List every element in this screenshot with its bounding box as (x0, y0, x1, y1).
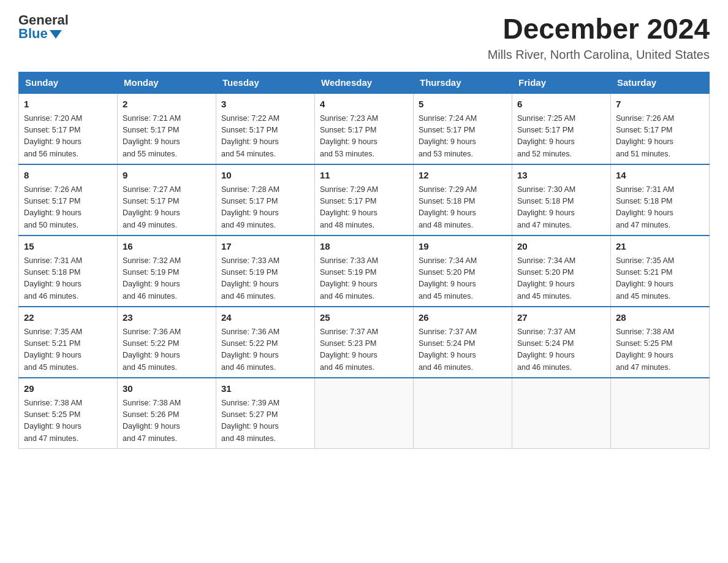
calendar-day-cell: 29Sunrise: 7:38 AMSunset: 5:25 PMDayligh… (19, 378, 118, 449)
title-area: December 2024 Mills River, North Carolin… (488, 12, 710, 62)
calendar-day-cell: 17Sunrise: 7:33 AMSunset: 5:19 PMDayligh… (216, 236, 315, 307)
day-number: 4 (320, 98, 408, 112)
day-number: 23 (123, 311, 211, 325)
day-info: Sunrise: 7:21 AMSunset: 5:17 PMDaylight:… (123, 114, 181, 158)
day-number: 16 (123, 240, 211, 254)
day-info: Sunrise: 7:25 AMSunset: 5:17 PMDaylight:… (517, 114, 575, 158)
day-info: Sunrise: 7:35 AMSunset: 5:21 PMDaylight:… (24, 327, 82, 372)
day-number: 11 (320, 169, 408, 183)
calendar-week-row: 8Sunrise: 7:26 AMSunset: 5:17 PMDaylight… (19, 164, 710, 236)
day-info: Sunrise: 7:32 AMSunset: 5:19 PMDaylight:… (123, 256, 181, 301)
calendar-week-row: 1Sunrise: 7:20 AMSunset: 5:17 PMDaylight… (19, 93, 710, 164)
day-info: Sunrise: 7:24 AMSunset: 5:17 PMDaylight:… (419, 114, 477, 158)
calendar-day-cell: 19Sunrise: 7:34 AMSunset: 5:20 PMDayligh… (414, 236, 512, 307)
day-number: 6 (517, 98, 605, 112)
calendar-day-cell (512, 378, 611, 449)
calendar-day-header: Sunday (19, 72, 118, 94)
page-header: General Blue December 2024 Mills River, … (18, 12, 710, 62)
day-number: 24 (221, 311, 309, 325)
day-info: Sunrise: 7:29 AMSunset: 5:17 PMDaylight:… (320, 185, 378, 229)
day-number: 15 (24, 240, 112, 254)
day-info: Sunrise: 7:36 AMSunset: 5:22 PMDaylight:… (123, 327, 181, 372)
calendar-day-cell: 6Sunrise: 7:25 AMSunset: 5:17 PMDaylight… (512, 93, 611, 164)
day-number: 13 (517, 169, 605, 183)
day-number: 5 (419, 98, 507, 112)
day-info: Sunrise: 7:36 AMSunset: 5:22 PMDaylight:… (221, 327, 279, 372)
day-info: Sunrise: 7:26 AMSunset: 5:17 PMDaylight:… (616, 114, 674, 158)
day-info: Sunrise: 7:35 AMSunset: 5:21 PMDaylight:… (616, 256, 674, 301)
calendar-week-row: 22Sunrise: 7:35 AMSunset: 5:21 PMDayligh… (19, 307, 710, 378)
calendar-day-cell (315, 378, 414, 449)
page-title: December 2024 (488, 12, 710, 45)
day-info: Sunrise: 7:23 AMSunset: 5:17 PMDaylight:… (320, 114, 378, 158)
day-number: 30 (123, 382, 211, 396)
calendar-day-cell: 23Sunrise: 7:36 AMSunset: 5:22 PMDayligh… (118, 307, 216, 378)
calendar-day-cell: 3Sunrise: 7:22 AMSunset: 5:17 PMDaylight… (216, 93, 315, 164)
day-info: Sunrise: 7:29 AMSunset: 5:18 PMDaylight:… (419, 185, 477, 229)
calendar-day-cell: 20Sunrise: 7:34 AMSunset: 5:20 PMDayligh… (512, 236, 611, 307)
calendar-day-header: Friday (512, 72, 611, 94)
day-number: 29 (24, 382, 112, 396)
day-info: Sunrise: 7:38 AMSunset: 5:25 PMDaylight:… (616, 327, 674, 372)
calendar-day-cell: 30Sunrise: 7:38 AMSunset: 5:26 PMDayligh… (118, 378, 216, 449)
calendar-day-cell: 26Sunrise: 7:37 AMSunset: 5:24 PMDayligh… (414, 307, 512, 378)
calendar-week-row: 15Sunrise: 7:31 AMSunset: 5:18 PMDayligh… (19, 236, 710, 307)
calendar-day-cell: 25Sunrise: 7:37 AMSunset: 5:23 PMDayligh… (315, 307, 414, 378)
day-number: 10 (221, 169, 309, 183)
day-info: Sunrise: 7:27 AMSunset: 5:17 PMDaylight:… (123, 185, 181, 229)
calendar-day-cell: 2Sunrise: 7:21 AMSunset: 5:17 PMDaylight… (118, 93, 216, 164)
calendar-day-cell: 12Sunrise: 7:29 AMSunset: 5:18 PMDayligh… (414, 164, 512, 236)
day-number: 22 (24, 311, 112, 325)
day-number: 18 (320, 240, 408, 254)
calendar-day-cell: 10Sunrise: 7:28 AMSunset: 5:17 PMDayligh… (216, 164, 315, 236)
day-number: 9 (123, 169, 211, 183)
calendar-day-cell: 14Sunrise: 7:31 AMSunset: 5:18 PMDayligh… (611, 164, 710, 236)
day-number: 17 (221, 240, 309, 254)
logo: General Blue (18, 12, 69, 42)
day-number: 2 (123, 98, 211, 112)
day-info: Sunrise: 7:26 AMSunset: 5:17 PMDaylight:… (24, 185, 82, 229)
calendar-day-header: Saturday (611, 72, 710, 94)
day-number: 21 (616, 240, 704, 254)
day-info: Sunrise: 7:39 AMSunset: 5:27 PMDaylight:… (221, 399, 279, 443)
calendar-day-cell (611, 378, 710, 449)
calendar-day-cell: 4Sunrise: 7:23 AMSunset: 5:17 PMDaylight… (315, 93, 414, 164)
calendar-day-cell: 5Sunrise: 7:24 AMSunset: 5:17 PMDaylight… (414, 93, 512, 164)
day-number: 20 (517, 240, 605, 254)
day-number: 19 (419, 240, 507, 254)
calendar-day-cell: 27Sunrise: 7:37 AMSunset: 5:24 PMDayligh… (512, 307, 611, 378)
calendar-day-cell (414, 378, 512, 449)
calendar-day-header: Tuesday (216, 72, 315, 94)
day-number: 25 (320, 311, 408, 325)
calendar-day-cell: 18Sunrise: 7:33 AMSunset: 5:19 PMDayligh… (315, 236, 414, 307)
calendar-table: SundayMondayTuesdayWednesdayThursdayFrid… (18, 72, 710, 449)
day-number: 26 (419, 311, 507, 325)
day-info: Sunrise: 7:30 AMSunset: 5:18 PMDaylight:… (517, 185, 575, 229)
day-info: Sunrise: 7:38 AMSunset: 5:25 PMDaylight:… (24, 399, 82, 443)
calendar-day-header: Monday (118, 72, 216, 94)
page-subtitle: Mills River, North Carolina, United Stat… (488, 48, 710, 62)
day-info: Sunrise: 7:37 AMSunset: 5:24 PMDaylight:… (517, 327, 575, 372)
day-info: Sunrise: 7:33 AMSunset: 5:19 PMDaylight:… (221, 256, 279, 301)
calendar-day-cell: 16Sunrise: 7:32 AMSunset: 5:19 PMDayligh… (118, 236, 216, 307)
day-info: Sunrise: 7:33 AMSunset: 5:19 PMDaylight:… (320, 256, 378, 301)
day-info: Sunrise: 7:37 AMSunset: 5:24 PMDaylight:… (419, 327, 477, 372)
logo-blue-text: Blue (18, 26, 62, 42)
day-number: 12 (419, 169, 507, 183)
day-info: Sunrise: 7:34 AMSunset: 5:20 PMDaylight:… (517, 256, 575, 301)
day-number: 3 (221, 98, 309, 112)
day-info: Sunrise: 7:28 AMSunset: 5:17 PMDaylight:… (221, 185, 279, 229)
calendar-day-cell: 1Sunrise: 7:20 AMSunset: 5:17 PMDaylight… (19, 93, 118, 164)
day-number: 27 (517, 311, 605, 325)
calendar-day-cell: 8Sunrise: 7:26 AMSunset: 5:17 PMDaylight… (19, 164, 118, 236)
calendar-day-cell: 31Sunrise: 7:39 AMSunset: 5:27 PMDayligh… (216, 378, 315, 449)
day-number: 7 (616, 98, 704, 112)
logo-triangle-icon (50, 30, 62, 39)
calendar-header: SundayMondayTuesdayWednesdayThursdayFrid… (19, 72, 710, 94)
day-number: 31 (221, 382, 309, 396)
day-number: 8 (24, 169, 112, 183)
calendar-day-cell: 9Sunrise: 7:27 AMSunset: 5:17 PMDaylight… (118, 164, 216, 236)
day-info: Sunrise: 7:37 AMSunset: 5:23 PMDaylight:… (320, 327, 378, 372)
calendar-body: 1Sunrise: 7:20 AMSunset: 5:17 PMDaylight… (19, 93, 710, 449)
calendar-day-cell: 7Sunrise: 7:26 AMSunset: 5:17 PMDaylight… (611, 93, 710, 164)
